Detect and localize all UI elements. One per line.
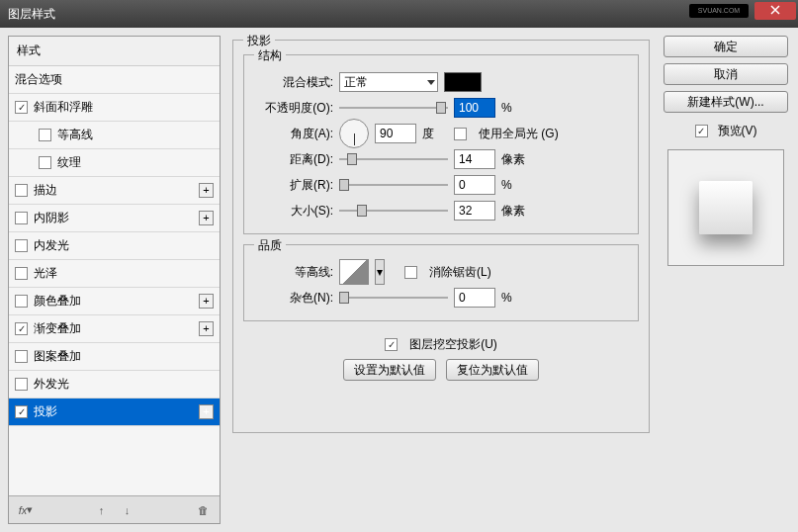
- style-row-10[interactable]: 外发光: [9, 371, 220, 399]
- watermark: SVUAN.COM: [689, 4, 749, 18]
- titlebar: 图层样式 SVUAN.COM: [0, 0, 798, 28]
- angle-dial[interactable]: [339, 119, 369, 148]
- knockout-label: 图层挖空投影(U): [409, 336, 497, 353]
- ok-button[interactable]: 确定: [664, 36, 788, 57]
- chevron-down-icon: [427, 80, 435, 85]
- style-label: 图案叠加: [34, 348, 81, 365]
- style-row-1[interactable]: 等高线: [9, 122, 220, 149]
- delete-button[interactable]: 🗑: [192, 500, 214, 520]
- spread-unit: %: [501, 178, 512, 192]
- style-row-7[interactable]: 颜色叠加+: [9, 288, 220, 315]
- structure-group: 结构 混合模式: 正常 不透明度(O): % 角度(A):: [243, 54, 639, 234]
- action-panel: 确定 取消 新建样式(W)... 预览(V): [662, 36, 790, 524]
- style-checkbox[interactable]: [15, 405, 28, 418]
- settings-panel: 投影 结构 混合模式: 正常 不透明度(O): %: [228, 36, 654, 524]
- blend-mode-value: 正常: [344, 74, 368, 91]
- noise-label: 杂色(N):: [254, 290, 333, 307]
- spread-slider[interactable]: [339, 177, 448, 193]
- style-label: 斜面和浮雕: [34, 99, 93, 116]
- style-label: 纹理: [57, 154, 81, 171]
- opacity-unit: %: [501, 101, 512, 115]
- style-row-2[interactable]: 纹理: [9, 149, 220, 177]
- expand-button[interactable]: +: [199, 404, 214, 419]
- style-row-8[interactable]: 渐变叠加+: [9, 315, 220, 343]
- style-row-4[interactable]: 内阴影+: [9, 205, 220, 232]
- opacity-slider[interactable]: [339, 100, 448, 116]
- noise-input[interactable]: [454, 288, 495, 308]
- cancel-button[interactable]: 取消: [664, 63, 788, 85]
- style-checkbox[interactable]: [39, 156, 51, 169]
- quality-group: 品质 等高线: ▾ 消除锯齿(L) 杂色(N): %: [243, 244, 639, 321]
- style-label: 渐变叠加: [34, 320, 81, 337]
- move-up-button[interactable]: ↑: [91, 500, 113, 520]
- style-row-0[interactable]: 斜面和浮雕: [9, 94, 220, 122]
- dialog-body: 样式 混合选项 斜面和浮雕等高线纹理描边+内阴影+内发光光泽颜色叠加+渐变叠加+…: [0, 28, 798, 532]
- window-title: 图层样式: [8, 6, 55, 23]
- blend-options-row[interactable]: 混合选项: [9, 66, 220, 94]
- style-row-3[interactable]: 描边+: [9, 177, 220, 205]
- set-default-button[interactable]: 设置为默认值: [343, 359, 436, 381]
- opacity-label: 不透明度(O):: [254, 100, 333, 117]
- distance-slider[interactable]: [339, 151, 448, 167]
- knockout-checkbox[interactable]: [385, 338, 398, 351]
- styles-panel: 样式 混合选项 斜面和浮雕等高线纹理描边+内阴影+内发光光泽颜色叠加+渐变叠加+…: [8, 36, 221, 524]
- style-checkbox[interactable]: [15, 295, 28, 308]
- expand-button[interactable]: +: [199, 294, 214, 309]
- angle-input[interactable]: [375, 124, 416, 143]
- style-checkbox[interactable]: [15, 212, 28, 224]
- global-light-checkbox[interactable]: [454, 128, 467, 140]
- fx-menu-button[interactable]: fx▾: [15, 500, 37, 520]
- size-unit: 像素: [501, 203, 525, 220]
- style-row-11[interactable]: 投影+: [9, 399, 220, 426]
- size-slider[interactable]: [339, 203, 448, 219]
- style-label: 内阴影: [34, 210, 69, 226]
- style-label: 等高线: [57, 127, 93, 143]
- style-row-6[interactable]: 光泽: [9, 260, 220, 288]
- structure-title: 结构: [254, 47, 286, 64]
- anti-alias-checkbox[interactable]: [404, 266, 417, 279]
- style-row-9[interactable]: 图案叠加: [9, 343, 220, 371]
- style-checkbox[interactable]: [15, 350, 28, 363]
- size-input[interactable]: [454, 201, 495, 221]
- style-checkbox[interactable]: [15, 378, 28, 391]
- angle-unit: 度: [422, 126, 434, 142]
- style-checkbox[interactable]: [15, 239, 28, 252]
- styles-header[interactable]: 样式: [9, 37, 220, 66]
- blend-mode-select[interactable]: 正常: [339, 72, 438, 92]
- blend-mode-label: 混合模式:: [254, 74, 333, 91]
- move-down-button[interactable]: ↓: [117, 500, 138, 520]
- noise-unit: %: [501, 291, 512, 305]
- spread-label: 扩展(R):: [254, 177, 333, 194]
- style-label: 投影: [34, 403, 57, 420]
- style-checkbox[interactable]: [15, 184, 28, 197]
- opacity-input[interactable]: [454, 98, 495, 118]
- angle-label: 角度(A):: [254, 126, 333, 142]
- style-checkbox[interactable]: [39, 129, 51, 141]
- expand-button[interactable]: +: [199, 183, 214, 198]
- style-label: 描边: [34, 182, 57, 199]
- style-row-5[interactable]: 内发光: [9, 232, 220, 260]
- size-label: 大小(S):: [254, 203, 333, 220]
- reset-default-button[interactable]: 复位为默认值: [446, 359, 539, 381]
- distance-input[interactable]: [454, 149, 495, 169]
- anti-alias-label: 消除锯齿(L): [429, 264, 491, 281]
- noise-slider[interactable]: [339, 290, 448, 306]
- close-button[interactable]: [754, 2, 796, 20]
- style-checkbox[interactable]: [15, 101, 28, 114]
- preview-box: [667, 149, 784, 266]
- style-checkbox[interactable]: [15, 322, 28, 335]
- global-light-label: 使用全局光 (G): [479, 126, 559, 142]
- contour-picker[interactable]: [339, 259, 369, 285]
- expand-button[interactable]: +: [199, 321, 214, 336]
- expand-button[interactable]: +: [199, 211, 214, 225]
- distance-unit: 像素: [501, 151, 525, 168]
- preview-label: 预览(V): [718, 123, 757, 139]
- new-style-button[interactable]: 新建样式(W)...: [664, 91, 788, 113]
- shadow-color-swatch[interactable]: [444, 72, 482, 92]
- contour-dropdown[interactable]: ▾: [375, 259, 385, 285]
- style-label: 光泽: [34, 265, 57, 282]
- style-checkbox[interactable]: [15, 267, 28, 280]
- preview-checkbox[interactable]: [695, 125, 708, 137]
- spread-input[interactable]: [454, 175, 495, 195]
- distance-label: 距离(D):: [254, 151, 333, 168]
